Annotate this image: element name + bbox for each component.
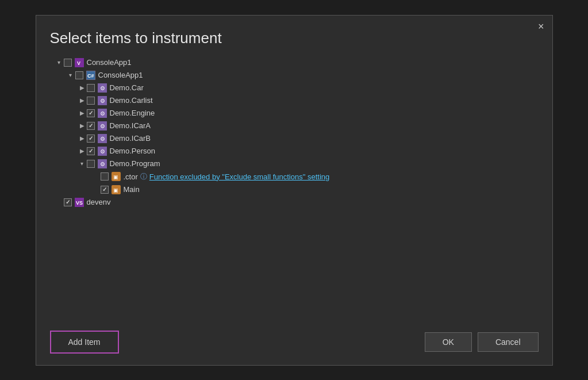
tree-scroll-area[interactable]: ▾ V ConsoleApp1 ▾ C# bbox=[50, 56, 539, 323]
tree-item-demo-person: ▶ ⚙ Demo.Person bbox=[50, 145, 536, 158]
label-demo-icarb: Demo.ICarB bbox=[110, 134, 151, 143]
bottom-section: Add Item OK Cancel bbox=[50, 331, 539, 354]
tree-item-ctor: ▣ .ctor ⓘ Function excluded by "Exclude … bbox=[50, 170, 536, 183]
checkbox-main[interactable] bbox=[101, 186, 109, 194]
checkbox-demo-engine[interactable] bbox=[87, 109, 95, 117]
icon-demo-engine: ⚙ bbox=[98, 109, 107, 118]
label-ctor: .ctor bbox=[124, 172, 138, 181]
svg-text:⚙: ⚙ bbox=[100, 161, 105, 167]
checkbox-demo-icara[interactable] bbox=[87, 122, 95, 130]
tree-item-main: ▣ Main bbox=[50, 183, 536, 196]
expand-demo-car[interactable]: ▶ bbox=[78, 85, 87, 91]
checkbox-demo-car[interactable] bbox=[87, 84, 95, 92]
svg-text:⚙: ⚙ bbox=[100, 110, 105, 117]
icon-demo-icarb: ⚙ bbox=[98, 134, 107, 143]
expand-project[interactable]: ▾ bbox=[66, 72, 75, 78]
label-demo-person: Demo.Person bbox=[110, 147, 155, 155]
svg-text:⚙: ⚙ bbox=[100, 136, 105, 142]
expand-demo-person[interactable]: ▶ bbox=[78, 148, 87, 154]
info-icon-ctor: ⓘ bbox=[140, 172, 147, 182]
icon-demo-car: ⚙ bbox=[98, 83, 107, 93]
svg-text:C#: C# bbox=[87, 73, 94, 79]
label-main: Main bbox=[124, 185, 140, 194]
expand-demo-carlist[interactable]: ▶ bbox=[78, 97, 87, 103]
checkbox-demo-carlist[interactable] bbox=[87, 97, 95, 105]
icon-ctor: ▣ bbox=[112, 172, 121, 181]
tree-container: ▾ V ConsoleApp1 ▾ C# bbox=[50, 56, 539, 323]
label-devenv: devenv bbox=[87, 198, 111, 206]
dialog-action-buttons: OK Cancel bbox=[425, 332, 539, 352]
checkbox-demo-person[interactable] bbox=[87, 147, 95, 155]
svg-text:V: V bbox=[77, 60, 80, 66]
icon-demo-program: ⚙ bbox=[98, 159, 107, 168]
svg-text:VS: VS bbox=[76, 200, 83, 206]
svg-text:⚙: ⚙ bbox=[100, 85, 105, 91]
tree-item-project: ▾ C# ConsoleApp1 bbox=[50, 69, 536, 82]
add-item-button[interactable]: Add Item bbox=[50, 331, 119, 354]
checkbox-demo-program[interactable] bbox=[87, 160, 95, 168]
icon-vs-solution: V bbox=[75, 58, 84, 67]
icon-project: C# bbox=[86, 71, 95, 80]
svg-text:▣: ▣ bbox=[113, 174, 118, 180]
label-demo-engine: Demo.Engine bbox=[110, 109, 155, 117]
svg-text:⚙: ⚙ bbox=[100, 98, 105, 104]
label-demo-icara: Demo.ICarA bbox=[110, 121, 151, 130]
icon-devenv: VS bbox=[75, 198, 84, 207]
checkbox-project[interactable] bbox=[75, 71, 83, 79]
checkbox-devenv[interactable] bbox=[64, 198, 72, 206]
close-button[interactable]: × bbox=[538, 21, 544, 32]
link-excluded-small-functions[interactable]: Function excluded by "Exclude small func… bbox=[149, 172, 329, 181]
svg-text:▣: ▣ bbox=[113, 187, 118, 193]
svg-text:⚙: ⚙ bbox=[100, 148, 105, 155]
dialog-title: Select items to instrument bbox=[50, 29, 539, 47]
label-project: ConsoleApp1 bbox=[98, 71, 143, 79]
expand-demo-engine[interactable]: ▶ bbox=[78, 110, 87, 116]
checkbox-demo-icarb[interactable] bbox=[87, 135, 95, 143]
expand-demo-icara[interactable]: ▶ bbox=[78, 122, 87, 129]
tree-item-solution: ▾ V ConsoleApp1 bbox=[50, 56, 536, 69]
label-demo-program: Demo.Program bbox=[110, 159, 160, 168]
select-items-dialog: × Select items to instrument ▾ V Console… bbox=[36, 15, 553, 366]
icon-demo-person: ⚙ bbox=[98, 147, 107, 156]
label-solution: ConsoleApp1 bbox=[87, 58, 132, 67]
expand-demo-program[interactable]: ▾ bbox=[78, 160, 87, 167]
svg-text:⚙: ⚙ bbox=[100, 123, 105, 129]
label-demo-car: Demo.Car bbox=[110, 83, 144, 92]
icon-main: ▣ bbox=[112, 185, 121, 194]
expand-solution[interactable]: ▾ bbox=[55, 59, 64, 66]
tree-item-devenv: VS devenv bbox=[50, 196, 536, 209]
cancel-button[interactable]: Cancel bbox=[478, 332, 539, 352]
label-demo-carlist: Demo.Carlist bbox=[110, 96, 153, 105]
icon-demo-icara: ⚙ bbox=[98, 121, 107, 130]
tree-item-demo-program: ▾ ⚙ Demo.Program bbox=[50, 158, 536, 170]
tree-item-demo-car: ▶ ⚙ Demo.Car bbox=[50, 82, 536, 94]
icon-demo-carlist: ⚙ bbox=[98, 96, 107, 105]
ok-button[interactable]: OK bbox=[425, 332, 472, 352]
tree-item-demo-engine: ▶ ⚙ Demo.Engine bbox=[50, 107, 536, 120]
tree-item-demo-carlist: ▶ ⚙ Demo.Carlist bbox=[50, 94, 536, 107]
checkbox-ctor[interactable] bbox=[101, 172, 109, 181]
tree-item-demo-icarb: ▶ ⚙ Demo.ICarB bbox=[50, 132, 536, 145]
expand-demo-icarb[interactable]: ▶ bbox=[78, 135, 87, 141]
checkbox-solution[interactable] bbox=[64, 59, 72, 67]
tree-item-demo-icara: ▶ ⚙ Demo.ICarA bbox=[50, 120, 536, 132]
